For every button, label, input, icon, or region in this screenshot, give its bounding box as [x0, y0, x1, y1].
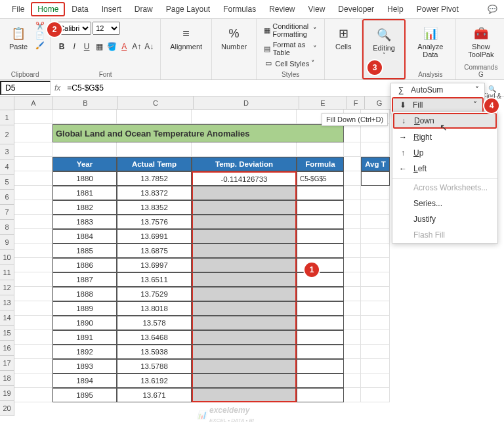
cell-avg[interactable]: [361, 272, 390, 287]
cell-deviation[interactable]: [192, 316, 297, 330]
tab-insert[interactable]: Insert: [95, 2, 128, 16]
editing-button[interactable]: 🔍 Editing ˅: [369, 23, 399, 61]
paste-button[interactable]: 📋 Paste: [5, 22, 32, 53]
fill-justify-item[interactable]: Justify: [392, 211, 497, 227]
row-header[interactable]: 12: [0, 280, 14, 295]
cell-actual-temp[interactable]: 13.7852: [117, 171, 192, 186]
row-header[interactable]: 17: [0, 356, 14, 371]
tab-page-layout[interactable]: Page Layout: [159, 2, 217, 16]
cell-formula[interactable]: [297, 330, 344, 345]
col-header[interactable]: A: [14, 96, 53, 110]
cell-actual-temp[interactable]: 13.6997: [117, 258, 192, 272]
cell-formula[interactable]: [297, 373, 344, 388]
cell-formula[interactable]: [297, 316, 344, 330]
title-cell[interactable]: Global Land and Ocean Temperature Anomal…: [52, 124, 344, 142]
cell-year[interactable]: 1891: [52, 330, 117, 345]
underline-button[interactable]: U: [81, 41, 93, 53]
cell-year[interactable]: 1890: [52, 316, 117, 330]
cell-year[interactable]: 1888: [52, 287, 117, 301]
cell-avg[interactable]: [361, 330, 390, 345]
cell-deviation[interactable]: [192, 287, 297, 301]
copy-icon[interactable]: 📄: [35, 32, 45, 40]
fill-series-item[interactable]: Series...: [392, 196, 497, 211]
fill-color-button[interactable]: 🪣: [106, 41, 117, 53]
cell-actual-temp[interactable]: 13.8352: [117, 200, 192, 215]
cell-avg[interactable]: [361, 388, 390, 402]
cell-formula[interactable]: [297, 186, 344, 200]
cell-avg[interactable]: [361, 316, 390, 330]
col-header[interactable]: D: [194, 96, 299, 110]
cell-year[interactable]: 1884: [52, 229, 117, 244]
name-box[interactable]: [0, 81, 51, 95]
cell-formula[interactable]: [297, 345, 344, 359]
cell-formula[interactable]: [297, 215, 344, 229]
cell-year[interactable]: 1893: [52, 359, 117, 373]
italic-button[interactable]: I: [68, 41, 80, 53]
cells-button[interactable]: ⊞ Cells: [330, 22, 356, 53]
border-button[interactable]: ▦: [93, 41, 105, 53]
row-header[interactable]: 11: [0, 265, 14, 280]
cell-deviation[interactable]: -0.114126733: [192, 171, 297, 186]
fill-item[interactable]: ⬇Fill˅: [393, 98, 482, 112]
select-all-corner[interactable]: [0, 96, 14, 110]
cell-year[interactable]: 1895: [52, 388, 117, 402]
cell-deviation[interactable]: [192, 244, 297, 258]
cell-deviation[interactable]: [192, 359, 297, 373]
autosum-item[interactable]: ∑AutoSum˅: [391, 83, 484, 96]
row-header[interactable]: 8: [0, 220, 14, 235]
number-button[interactable]: % Number: [217, 22, 251, 53]
row-header[interactable]: 1: [0, 110, 14, 125]
tab-data[interactable]: Data: [65, 2, 94, 16]
cell-deviation[interactable]: [192, 388, 297, 402]
cell-deviation[interactable]: [192, 272, 297, 287]
cell-deviation[interactable]: [192, 200, 297, 215]
cell-formula[interactable]: [297, 287, 344, 301]
alignment-button[interactable]: ≡ Alignment: [166, 22, 206, 53]
font-color-button[interactable]: A: [118, 41, 130, 53]
cell-formula[interactable]: [297, 359, 344, 373]
cell-year[interactable]: 1881: [52, 186, 117, 200]
cell-actual-temp[interactable]: 13.7529: [117, 287, 192, 301]
row-header[interactable]: 6: [0, 190, 14, 205]
row-header[interactable]: 16: [0, 341, 14, 356]
cell-actual-temp[interactable]: 13.6468: [117, 330, 192, 345]
cell-year[interactable]: 1894: [52, 373, 117, 388]
show-toolpak-button[interactable]: 🧰 Show ToolPak: [461, 22, 501, 61]
tab-home[interactable]: Home: [31, 2, 65, 16]
conditional-formatting-button[interactable]: ▦Conditional Formatting ˅: [262, 22, 319, 39]
tab-draw[interactable]: Draw: [128, 2, 159, 16]
tab-view[interactable]: View: [302, 2, 332, 16]
row-header[interactable]: 18: [0, 371, 14, 386]
row-header[interactable]: 2: [0, 125, 14, 144]
cell-avg[interactable]: [361, 229, 390, 244]
cell-deviation[interactable]: [192, 186, 297, 200]
shrink-font-button[interactable]: A↓: [143, 41, 155, 53]
cell-avg[interactable]: [361, 200, 390, 215]
tab-developer[interactable]: Developer: [331, 2, 381, 16]
row-header[interactable]: 10: [0, 250, 14, 265]
row-header[interactable]: 3: [0, 144, 14, 160]
cell-avg[interactable]: [361, 373, 390, 388]
cell-deviation[interactable]: [192, 345, 297, 359]
cell-actual-temp[interactable]: 13.7576: [117, 215, 192, 229]
format-painter-icon[interactable]: 🖌️: [35, 41, 45, 50]
cell-avg[interactable]: [361, 258, 390, 272]
cell-actual-temp[interactable]: 13.8372: [117, 186, 192, 200]
cell-avg[interactable]: [361, 287, 390, 301]
cell-deviation[interactable]: [192, 229, 297, 244]
header-deviation[interactable]: Temp. Deviation: [192, 157, 297, 171]
row-header[interactable]: 4: [0, 160, 14, 175]
cell-year[interactable]: 1886: [52, 258, 117, 272]
cell-deviation[interactable]: [192, 373, 297, 388]
font-size-select[interactable]: 12: [93, 22, 120, 35]
cell-year[interactable]: 1880: [52, 171, 117, 186]
header-year[interactable]: Year: [52, 157, 117, 171]
cell-actual-temp[interactable]: 13.6991: [117, 229, 192, 244]
bold-button[interactable]: B: [56, 41, 68, 53]
cell-actual-temp[interactable]: 13.6192: [117, 373, 192, 388]
cell-actual-temp[interactable]: 13.5938: [117, 345, 192, 359]
cell-formula[interactable]: [297, 272, 344, 287]
cell-avg[interactable]: [361, 359, 390, 373]
row-header[interactable]: 5: [0, 175, 14, 190]
cell-avg[interactable]: [361, 171, 390, 186]
